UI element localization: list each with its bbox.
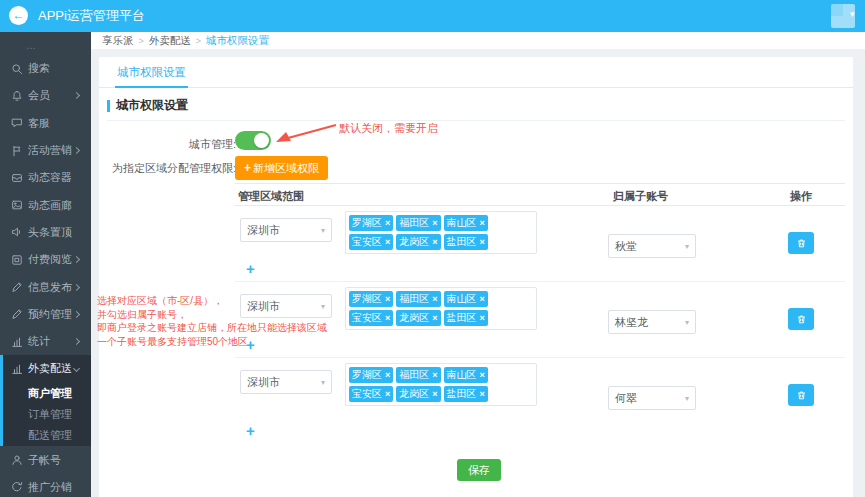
district-tag-label: 盐田区 — [447, 312, 477, 323]
add-district-button[interactable]: + — [246, 260, 255, 277]
add-region-permission-label: 新增区域权限 — [253, 161, 319, 176]
account-select[interactable]: 林坚龙▾ — [608, 310, 696, 334]
close-icon[interactable]: × — [385, 294, 390, 304]
account-select-value: 林坚龙 — [615, 315, 648, 330]
account-select[interactable]: 秋堂▾ — [608, 234, 696, 258]
back-icon[interactable]: ← — [9, 6, 28, 25]
sidebar-subitem-配送管理[interactable]: 配送管理 — [3, 425, 91, 446]
close-icon[interactable]: × — [432, 237, 437, 247]
delete-row-button[interactable] — [788, 232, 814, 254]
close-icon[interactable]: × — [480, 313, 485, 323]
close-icon[interactable]: × — [385, 313, 390, 323]
delete-row-button[interactable] — [788, 308, 814, 330]
account-select-value: 秋堂 — [615, 239, 637, 254]
user-icon — [11, 454, 23, 466]
sidebar-item-search[interactable]: 搜索 — [0, 55, 91, 82]
add-region-permission-button[interactable]: + 新增区域权限 — [235, 156, 328, 180]
chevron-down-icon: ▾ — [321, 226, 325, 235]
sidebar-item-gallery[interactable]: 动态画廊 — [0, 191, 91, 218]
close-icon[interactable]: × — [480, 294, 485, 304]
sidebar-item-promotion[interactable]: 推广分销 — [0, 474, 91, 497]
district-tag-label: 龙岗区 — [399, 312, 429, 323]
close-icon[interactable]: × — [385, 389, 390, 399]
sidebar-item-marketing[interactable]: 活动营销 — [0, 137, 91, 164]
divider — [107, 120, 845, 121]
sidebar-item-label: 活动营销 — [28, 143, 72, 158]
table-header: 管理区域范围 归属子账号 操作 — [235, 183, 845, 206]
close-icon[interactable]: × — [480, 218, 485, 228]
close-icon[interactable]: × — [432, 313, 437, 323]
city-select-value: 深圳市 — [247, 375, 280, 390]
breadcrumb-item[interactable]: 享乐派 — [102, 34, 134, 48]
sidebar-item-label: 子帐号 — [28, 453, 61, 468]
close-icon[interactable]: × — [480, 237, 485, 247]
breadcrumb: 享乐派>外卖配送>城市权限设置 — [91, 32, 865, 49]
district-tags: 罗湖区×福田区×南山区×宝安区×龙岗区×盐田区× — [345, 363, 537, 406]
breadcrumb-item[interactable]: 外卖配送 — [149, 34, 191, 48]
chevron-right-icon — [73, 311, 80, 318]
district-tag: 福田区× — [396, 367, 440, 383]
sidebar-item-label: 动态画廊 — [28, 198, 72, 213]
breadcrumb-separator: > — [196, 36, 201, 46]
sidebar-subitem-商户管理[interactable]: 商户管理 — [3, 383, 91, 404]
close-icon[interactable]: × — [385, 218, 390, 228]
gallery-icon — [11, 199, 23, 211]
close-icon[interactable]: × — [385, 370, 390, 380]
close-icon[interactable]: × — [385, 237, 390, 247]
district-tag: 罗湖区× — [349, 367, 393, 383]
delete-row-button[interactable] — [788, 384, 814, 406]
close-icon[interactable]: × — [432, 218, 437, 228]
district-tag: 罗湖区× — [349, 291, 393, 307]
sidebar-item-headline[interactable]: 头条置顶 — [0, 219, 91, 246]
save-button[interactable]: 保存 — [457, 459, 501, 481]
breadcrumb-separator: > — [139, 36, 144, 46]
district-tag: 福田区× — [396, 291, 440, 307]
sidebar-item-sub-account[interactable]: 子帐号 — [0, 446, 91, 473]
tab-city-permission[interactable]: 城市权限设置 — [115, 57, 188, 88]
close-icon[interactable]: × — [480, 370, 485, 380]
sidebar-item-info-publish[interactable]: 信息发布 — [0, 273, 91, 300]
chevron-down-icon — [73, 365, 80, 372]
sidebar-item-label: 信息发布 — [28, 280, 72, 295]
sidebar-item-takeout[interactable]: 外卖配送 — [3, 355, 91, 382]
sidebar-item-container[interactable]: 动态容器 — [0, 164, 91, 191]
sidebar-item-label: 预约管理 — [28, 307, 72, 322]
sidebar-item-stats[interactable]: 统计 — [0, 328, 91, 355]
main-panel: 城市权限设置 城市权限设置 城市管理: 默认关闭，需要开启 为指定区域分配管理权… — [99, 57, 853, 497]
speaker-icon — [11, 226, 23, 238]
share-icon — [11, 481, 23, 493]
close-icon[interactable]: × — [432, 389, 437, 399]
district-tag: 南山区× — [444, 291, 488, 307]
account-select-value: 何翠 — [615, 391, 637, 406]
sidebar-item-label: 搜索 — [28, 61, 50, 76]
close-icon[interactable]: × — [480, 389, 485, 399]
read-icon — [11, 254, 23, 266]
trash-icon — [796, 390, 807, 401]
sidebar-subitem-订单管理[interactable]: 订单管理 — [3, 404, 91, 425]
column-header-action: 操作 — [790, 189, 812, 204]
city-management-toggle[interactable] — [235, 131, 271, 150]
district-tag: 福田区× — [396, 215, 440, 231]
district-tag-label: 福田区 — [399, 217, 429, 228]
trash-icon — [796, 314, 807, 325]
sidebar-item-label: 客服 — [28, 116, 50, 131]
chevron-right-icon — [73, 92, 80, 99]
close-icon[interactable]: × — [432, 370, 437, 380]
account-select[interactable]: 何翠▾ — [608, 386, 696, 410]
box-icon — [11, 172, 23, 184]
sidebar-item-label: 动态容器 — [28, 170, 72, 185]
plus-icon: + — [244, 161, 251, 175]
district-tag: 盐田区× — [444, 234, 488, 250]
sidebar-item-booking[interactable]: 预约管理 — [0, 301, 91, 328]
close-icon[interactable]: × — [432, 294, 437, 304]
add-district-button[interactable]: + — [246, 422, 255, 439]
city-select[interactable]: 深圳市▾ — [240, 218, 332, 242]
sidebar-item-member[interactable]: 会员 — [0, 82, 91, 109]
district-tag-label: 福田区 — [399, 293, 429, 304]
sidebar-item-paid-reading[interactable]: 付费阅览 — [0, 246, 91, 273]
sidebar-item-service[interactable]: 客服 — [0, 110, 91, 137]
chevron-down-icon[interactable]: ▾ — [850, 9, 855, 19]
city-select[interactable]: 深圳市▾ — [240, 370, 332, 394]
table-row: 深圳市▾罗湖区×福田区×南山区×宝安区×龙岗区×盐田区×+何翠▾ — [235, 358, 845, 447]
pen-icon — [11, 308, 23, 320]
